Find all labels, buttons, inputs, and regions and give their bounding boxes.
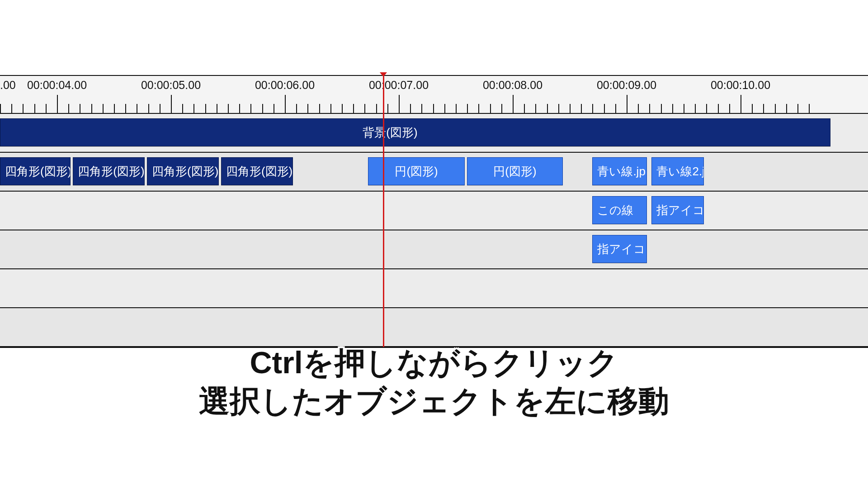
tick-minor [410, 104, 411, 113]
timeline-clip[interactable]: 指アイコン [651, 196, 704, 224]
timeline-track[interactable] [0, 308, 868, 347]
stage: .0000:00:04.0000:00:05.0000:00:06.0000:0… [0, 0, 868, 488]
tick-minor [763, 104, 764, 113]
tick-minor [296, 104, 297, 113]
tick-minor [695, 104, 696, 113]
ruler-ticks [0, 93, 868, 113]
ruler-label: 00:00:05.00 [141, 79, 201, 92]
tick-minor [706, 104, 707, 113]
timeline-clip[interactable]: 四角形(図形) [147, 157, 219, 185]
timeline-clip[interactable]: 背景(図形) [0, 118, 830, 146]
tick-minor [684, 104, 684, 113]
tick-minor [501, 104, 502, 113]
tick-minor [342, 104, 343, 113]
timeline-clip[interactable]: 青い線2.j [651, 157, 704, 185]
tick-minor [615, 104, 616, 113]
tick-minor [239, 104, 240, 113]
tick-minor [125, 104, 126, 113]
tick-major [399, 95, 400, 113]
tick-minor [786, 104, 787, 113]
timeline-track[interactable]: 四角形(図形)四角形(図形)四角形(図形)四角形(図形)円(図形)円(図形)青い… [0, 153, 868, 192]
tick-minor [114, 104, 115, 113]
tick-minor [809, 104, 810, 113]
ruler-labels: .0000:00:04.0000:00:05.0000:00:06.0000:0… [0, 79, 868, 94]
ruler-label: 00:00:04.00 [27, 79, 87, 92]
tick-minor [535, 104, 536, 113]
tick-minor [262, 104, 263, 113]
ruler-label: 00:00:07.00 [369, 79, 429, 92]
tick-minor [193, 104, 194, 113]
tick-minor [160, 104, 160, 113]
tick-minor [421, 104, 422, 113]
tick-minor [581, 104, 582, 113]
tick-minor [672, 104, 673, 113]
ruler-label: 00:00:10.00 [711, 79, 770, 92]
timeline-clip[interactable]: 四角形(図形) [221, 157, 293, 185]
tick-minor [490, 104, 491, 113]
tick-minor [364, 104, 365, 113]
tick-minor [729, 104, 730, 113]
tick-minor [433, 104, 434, 113]
tick-minor [752, 104, 753, 113]
tick-minor [205, 104, 206, 113]
tick-minor [103, 104, 104, 113]
tick-minor [718, 104, 719, 113]
tick-minor [524, 104, 525, 113]
timeline-clip[interactable]: 円(図形) [467, 157, 563, 185]
timeline-track[interactable]: 背景(図形) [0, 114, 868, 153]
tick-minor [46, 104, 47, 113]
ruler-label: .00 [0, 79, 16, 92]
tick-minor [456, 104, 457, 113]
tick-minor [387, 104, 388, 113]
ruler-label: 00:00:09.00 [597, 79, 656, 92]
timeline-ruler[interactable]: .0000:00:04.0000:00:05.0000:00:06.0000:0… [0, 76, 868, 114]
tick-minor [34, 104, 35, 113]
tick-major [57, 95, 58, 113]
top-margin [0, 0, 868, 76]
tick-minor [137, 104, 137, 113]
tick-minor [228, 104, 229, 113]
tick-major [171, 95, 172, 113]
timeline-track[interactable]: この線指アイコン [0, 192, 868, 230]
tick-minor [661, 104, 662, 113]
tick-minor [0, 104, 1, 113]
tick-major [513, 95, 514, 113]
tick-minor [638, 104, 639, 113]
timeline-clip[interactable]: 青い線.jp [592, 157, 647, 185]
timeline-track[interactable]: 指アイコン [0, 230, 868, 269]
timeline-track[interactable] [0, 269, 868, 308]
playhead[interactable] [383, 76, 384, 347]
tick-minor [330, 104, 331, 113]
timeline-clip[interactable]: 四角形(図形) [0, 157, 71, 185]
tick-minor [68, 104, 69, 113]
tick-minor [250, 104, 251, 113]
tick-minor [376, 104, 377, 113]
tick-minor [604, 104, 605, 113]
timeline-clip[interactable]: 四角形(図形) [73, 157, 145, 185]
tick-minor [23, 104, 24, 113]
tick-minor [182, 104, 183, 113]
tick-minor [467, 104, 468, 113]
tick-minor [797, 104, 798, 113]
tick-minor [570, 104, 571, 113]
tick-minor [558, 104, 559, 113]
tick-minor [274, 104, 274, 113]
ruler-label: 00:00:08.00 [483, 79, 542, 92]
timeline-clip[interactable]: この線 [592, 196, 647, 224]
ruler-label: 00:00:06.00 [255, 79, 315, 92]
tick-minor [307, 104, 308, 113]
tick-minor [547, 104, 548, 113]
tick-minor [80, 104, 80, 113]
tick-major [285, 95, 286, 113]
timeline-tracks[interactable]: 背景(図形)四角形(図形)四角形(図形)四角形(図形)四角形(図形)円(図形)円… [0, 114, 868, 348]
tick-minor [91, 104, 92, 113]
tick-major [741, 95, 741, 113]
tick-major [627, 95, 627, 113]
tick-minor [649, 104, 650, 113]
tick-minor [775, 104, 776, 113]
bottom-margin [0, 348, 868, 483]
tick-minor [11, 104, 12, 113]
tick-minor [478, 104, 479, 113]
timeline-clip[interactable]: 指アイコン [592, 235, 647, 263]
tick-minor [353, 104, 354, 113]
